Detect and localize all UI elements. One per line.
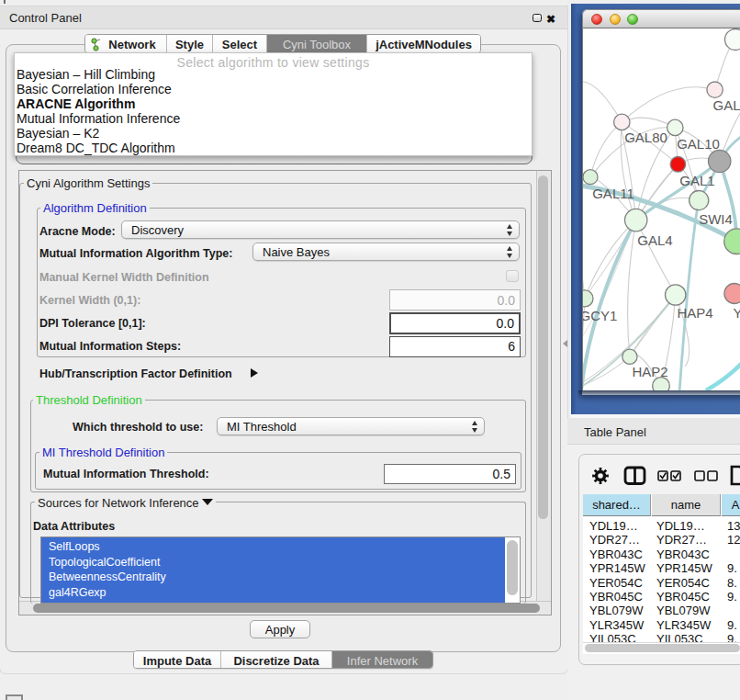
svg-text:SWI4: SWI4 (699, 211, 733, 227)
svg-text:GAL80: GAL80 (624, 130, 667, 145)
svg-text:GAL7: GAL7 (713, 97, 740, 113)
svg-text:HAP4: HAP4 (677, 305, 712, 321)
svg-text:HAP2: HAP2 (632, 364, 667, 379)
svg-text:GAL4: GAL4 (637, 232, 672, 248)
svg-text:GAL10: GAL10 (677, 136, 720, 152)
svg-text:GAL11: GAL11 (592, 186, 634, 201)
svg-text:GAL1: GAL1 (679, 173, 714, 188)
svg-text:YM: YM (734, 305, 740, 321)
svg-text:GCY1: GCY1 (583, 308, 617, 323)
